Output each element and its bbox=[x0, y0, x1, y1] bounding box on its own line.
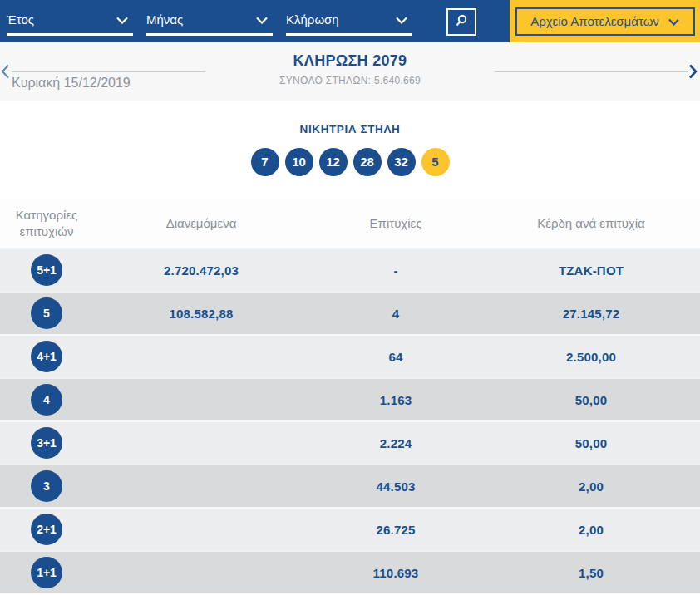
archive-area: Αρχείο Αποτελεσμάτων bbox=[510, 0, 700, 42]
winners-cell: 4 bbox=[309, 307, 482, 321]
table-row: 5+12.720.472,03-ΤΖΑΚ-ΠΟΤ bbox=[0, 248, 700, 291]
filters-bar: Έτος Μήνας Κλήρωση bbox=[0, 0, 510, 42]
category-badge: 4+1 bbox=[31, 341, 62, 372]
column-header-winners: Επιτυχίες bbox=[309, 215, 482, 232]
winners-cell: 64 bbox=[309, 350, 482, 364]
category-badge: 5 bbox=[31, 298, 62, 329]
year-dropdown-label: Έτος bbox=[7, 12, 34, 27]
draw-title: ΚΛΗΡΩΣΗ 2079 bbox=[0, 52, 700, 70]
category-badge: 3 bbox=[31, 470, 62, 502]
prize-cell: ΤΖΑΚ-ΠΟΤ bbox=[482, 263, 700, 278]
prize-cell: 2,00 bbox=[482, 523, 700, 537]
total-columns-label: ΣΥΝΟΛΟ ΣΤΗΛΩΝ: 5.640.669 bbox=[0, 75, 700, 86]
year-dropdown[interactable]: Έτος bbox=[7, 12, 133, 36]
chevron-right-icon bbox=[688, 69, 698, 81]
draw-info-strip: Κυριακή 15/12/2019 ΚΛΗΡΩΣΗ 2079 ΣΥΝΟΛΟ Σ… bbox=[0, 42, 700, 101]
winners-cell: - bbox=[309, 263, 482, 278]
column-header-prize: Κέρδη ανά επιτυχία bbox=[482, 215, 700, 232]
search-button[interactable] bbox=[446, 8, 476, 36]
table-row: 3+12.22450,00 bbox=[0, 420, 700, 464]
column-header-categories: Κατηγορίες επιτυχιών bbox=[7, 207, 86, 241]
search-icon bbox=[454, 13, 469, 31]
results-table: Κατηγορίες επιτυχιών Διανεμόμενα Επιτυχί… bbox=[0, 199, 700, 593]
winning-column-section: ΝΙΚΗΤΡΙΑ ΣΤΗΛΗ 7101228325 bbox=[0, 101, 700, 199]
chevron-down-icon bbox=[396, 12, 407, 27]
distributed-cell: 108.582,88 bbox=[93, 307, 309, 321]
draw-dropdown-label: Κλήρωση bbox=[286, 12, 339, 27]
prize-cell: 2,00 bbox=[482, 479, 700, 494]
results-table-header: Κατηγορίες επιτυχιών Διανεμόμενα Επιτυχί… bbox=[0, 199, 700, 248]
top-bar: Έτος Μήνας Κλήρωση bbox=[0, 0, 700, 42]
prize-cell: 1,50 bbox=[482, 566, 700, 580]
prize-cell: 27.145,72 bbox=[482, 307, 700, 321]
winning-numbers: 7101228325 bbox=[0, 148, 700, 176]
number-ball: 10 bbox=[285, 148, 313, 176]
draw-dropdown[interactable]: Κλήρωση bbox=[286, 12, 412, 36]
month-dropdown-label: Μήνας bbox=[146, 12, 183, 27]
category-badge: 5+1 bbox=[31, 254, 62, 286]
month-dropdown[interactable]: Μήνας bbox=[146, 12, 273, 36]
archive-results-button[interactable]: Αρχείο Αποτελεσμάτων bbox=[515, 7, 695, 36]
winners-cell: 44.503 bbox=[309, 479, 482, 494]
chevron-down-icon bbox=[116, 12, 128, 27]
table-row: 2+126.7252,00 bbox=[0, 507, 700, 550]
table-row: 1+1110.6931,50 bbox=[0, 550, 700, 593]
distributed-cell: 2.720.472,03 bbox=[93, 263, 309, 278]
chevron-down-icon bbox=[256, 12, 268, 27]
category-badge: 4 bbox=[31, 384, 62, 416]
table-row: 344.5032,00 bbox=[0, 464, 700, 507]
winners-cell: 110.693 bbox=[309, 566, 482, 580]
table-row: 4+1642.500,00 bbox=[0, 334, 700, 377]
chevron-down-icon bbox=[668, 14, 679, 28]
category-badge: 3+1 bbox=[31, 427, 62, 459]
prize-cell: 2.500,00 bbox=[482, 350, 700, 364]
winners-cell: 1.163 bbox=[309, 393, 482, 407]
table-row: 41.16350,00 bbox=[0, 377, 700, 420]
category-badge: 2+1 bbox=[31, 514, 62, 545]
number-ball: 28 bbox=[353, 148, 382, 176]
winning-column-title: ΝΙΚΗΤΡΙΑ ΣΤΗΛΗ bbox=[0, 101, 700, 135]
winners-cell: 2.224 bbox=[309, 436, 482, 450]
draw-heading: ΚΛΗΡΩΣΗ 2079 ΣΥΝΟΛΟ ΣΤΗΛΩΝ: 5.640.669 bbox=[0, 42, 700, 86]
table-row: 5108.582,88427.145,72 bbox=[0, 291, 700, 334]
divider-line-right bbox=[495, 71, 688, 72]
number-ball: 32 bbox=[387, 148, 416, 176]
joker-ball: 5 bbox=[421, 148, 450, 176]
number-ball: 12 bbox=[319, 148, 348, 176]
results-table-body: 5+12.720.472,03-ΤΖΑΚ-ΠΟΤ5108.582,88427.1… bbox=[0, 248, 700, 593]
winners-cell: 26.725 bbox=[309, 523, 482, 537]
category-badge: 1+1 bbox=[31, 557, 62, 588]
number-ball: 7 bbox=[251, 148, 279, 176]
prize-cell: 50,00 bbox=[482, 393, 700, 407]
archive-results-label: Αρχείο Αποτελεσμάτων bbox=[530, 14, 659, 28]
next-draw-button[interactable] bbox=[688, 64, 698, 81]
prize-cell: 50,00 bbox=[482, 436, 700, 450]
column-header-distributed: Διανεμόμενα bbox=[93, 215, 309, 232]
